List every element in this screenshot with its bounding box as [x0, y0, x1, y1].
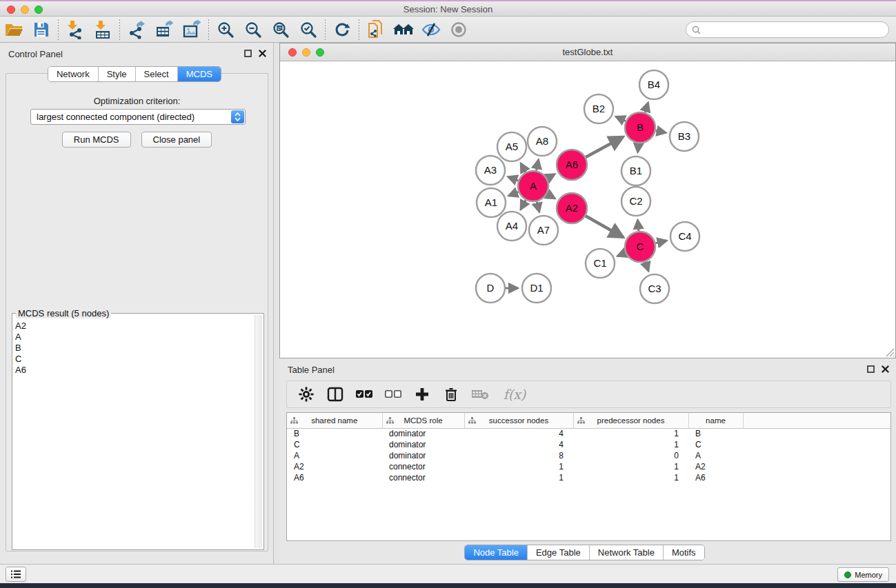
table-row[interactable]: Cdominator41C: [287, 439, 890, 450]
edge-C-C1[interactable]: [617, 253, 626, 256]
table-row[interactable]: A2connector11A2: [287, 461, 890, 472]
node-B4[interactable]: B4: [639, 70, 668, 99]
node-D1[interactable]: D1: [522, 274, 551, 303]
mcds-scrollbar[interactable]: [255, 315, 262, 548]
close-panel-icon[interactable]: [259, 50, 266, 57]
create-column-button[interactable]: [412, 385, 432, 404]
edge-A-A3[interactable]: [508, 176, 518, 181]
node-A6[interactable]: A6: [557, 150, 587, 180]
delete-column-button[interactable]: [441, 385, 461, 404]
node-A5[interactable]: A5: [497, 132, 526, 161]
edge-B-B2[interactable]: [616, 116, 626, 121]
close-panel-icon[interactable]: [882, 365, 889, 373]
export-network-button[interactable]: [123, 19, 150, 41]
memory-button[interactable]: Memory: [837, 567, 889, 582]
float-panel-icon[interactable]: [244, 50, 252, 57]
deselect-all-columns-button[interactable]: [384, 385, 403, 404]
table-row[interactable]: Bdominator41B: [287, 428, 890, 439]
edge-C-C2[interactable]: [637, 220, 638, 231]
edge-A-A1[interactable]: [508, 192, 518, 196]
close-panel-button[interactable]: Close panel: [141, 132, 212, 148]
mcds-result-item[interactable]: A: [15, 332, 254, 343]
float-panel-icon[interactable]: [867, 365, 875, 373]
column-header-name[interactable]: name: [688, 413, 743, 428]
run-mcds-button[interactable]: Run MCDS: [62, 132, 131, 148]
select-all-columns-button[interactable]: [355, 385, 374, 404]
edge-A-A5[interactable]: [521, 163, 526, 172]
edge-A-A6[interactable]: [547, 174, 555, 179]
table-settings-button[interactable]: [297, 385, 316, 404]
tab-style[interactable]: Style: [99, 67, 136, 81]
node-B1[interactable]: B1: [621, 156, 650, 185]
mcds-result-item[interactable]: C: [15, 354, 254, 365]
network-from-document-button[interactable]: [362, 19, 390, 41]
export-image-button[interactable]: [178, 19, 206, 41]
edge-A-A2[interactable]: [547, 194, 555, 199]
node-C[interactable]: C: [625, 232, 655, 262]
resize-grip-icon[interactable]: [884, 346, 895, 357]
table-row[interactable]: A6connector11A6: [287, 472, 890, 483]
split-columns-button[interactable]: [326, 385, 345, 404]
mcds-result-item[interactable]: A2: [15, 321, 254, 332]
import-network-button[interactable]: [61, 19, 89, 41]
tab-network[interactable]: Network: [48, 67, 99, 81]
tab-mcds[interactable]: MCDS: [178, 67, 221, 81]
task-history-button[interactable]: [6, 567, 26, 582]
edge-A-A7[interactable]: [537, 201, 539, 212]
delete-table-button[interactable]: [470, 385, 490, 404]
node-A1[interactable]: A1: [477, 188, 506, 217]
node-C1[interactable]: C1: [586, 249, 615, 278]
node-C4[interactable]: C4: [670, 222, 699, 251]
export-table-button[interactable]: [150, 19, 178, 41]
column-header-MCDS-role[interactable]: MCDS role: [382, 413, 464, 428]
zoom-selected-button[interactable]: [295, 19, 322, 41]
hide-eye-button[interactable]: [417, 19, 445, 41]
function-builder-button[interactable]: f(x): [499, 385, 530, 404]
eye-button[interactable]: [445, 19, 472, 41]
edge-C-C4[interactable]: [655, 241, 666, 243]
edge-B-B1[interactable]: [638, 143, 639, 152]
edge-A-A4[interactable]: [521, 200, 526, 210]
save-session-button[interactable]: [28, 19, 55, 41]
mcds-result-item[interactable]: A6: [15, 365, 254, 376]
column-header-successor-nodes[interactable]: successor nodes: [464, 413, 573, 428]
tab-node-table[interactable]: Node Table: [465, 545, 528, 560]
tab-motifs[interactable]: Motifs: [664, 545, 704, 560]
houses-button[interactable]: [390, 19, 417, 41]
node-A8[interactable]: A8: [528, 127, 557, 156]
tab-network-table[interactable]: Network Table: [590, 545, 664, 560]
node-C2[interactable]: C2: [621, 187, 650, 216]
network-canvas[interactable]: B4B2BB3A8A5A6A3B1AA1C2A2A4A7C4CC1C3DD1: [280, 61, 895, 358]
edge-A2-C[interactable]: [586, 216, 624, 237]
table-row[interactable]: Adominator80A: [287, 450, 890, 461]
mcds-result-item[interactable]: B: [15, 343, 254, 354]
criterion-dropdown[interactable]: largest connected component (directed): [30, 109, 246, 125]
tab-edge-table[interactable]: Edge Table: [528, 545, 590, 560]
edge-A6-B[interactable]: [586, 136, 623, 157]
open-session-button[interactable]: [0, 19, 28, 41]
zoom-out-button[interactable]: [239, 19, 267, 41]
zoom-in-button[interactable]: [212, 19, 239, 41]
edge-A-A8[interactable]: [537, 159, 539, 170]
node-B[interactable]: B: [625, 112, 655, 143]
tab-select[interactable]: Select: [136, 67, 178, 81]
refresh-button[interactable]: [328, 19, 356, 41]
search-field[interactable]: [686, 21, 889, 38]
node-B2[interactable]: B2: [584, 94, 613, 123]
column-header-shared-name[interactable]: shared name: [287, 413, 382, 428]
node-table[interactable]: shared nameMCDS rolesuccessor nodesprede…: [286, 412, 891, 541]
node-A4[interactable]: A4: [497, 212, 526, 241]
edge-B-B3[interactable]: [656, 131, 666, 133]
node-C3[interactable]: C3: [640, 274, 669, 303]
edge-C-C3[interactable]: [645, 262, 648, 272]
node-A2[interactable]: A2: [557, 193, 587, 223]
node-B3[interactable]: B3: [670, 122, 699, 151]
node-A3[interactable]: A3: [476, 156, 505, 185]
edge-B-B4[interactable]: [645, 103, 648, 112]
node-D[interactable]: D: [476, 274, 505, 303]
import-table-button[interactable]: [89, 19, 117, 41]
column-header-predecessor-nodes[interactable]: predecessor nodes: [573, 413, 688, 428]
search-input[interactable]: [704, 25, 888, 34]
node-A[interactable]: A: [518, 171, 548, 201]
node-A7[interactable]: A7: [529, 216, 558, 245]
